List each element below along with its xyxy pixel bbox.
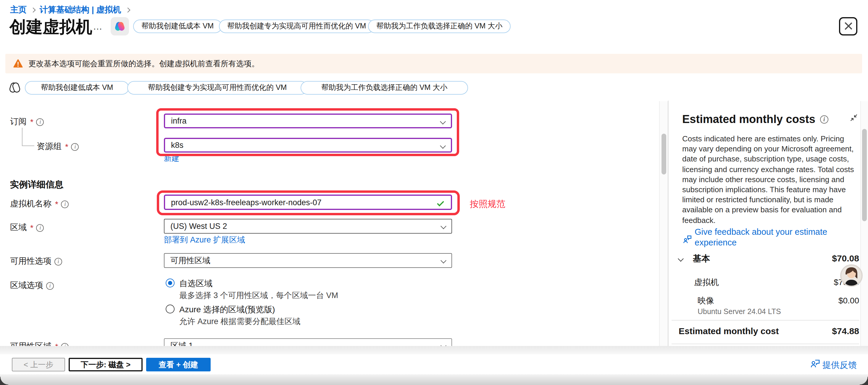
next-disks-button[interactable]: 下一步: 磁盘 > — [69, 358, 143, 372]
page-title: 创建虚拟机 — [9, 16, 92, 38]
copilot-outline-icon — [9, 82, 21, 93]
radio-label[interactable]: Azure 选择的区域(预览版) — [179, 304, 275, 315]
warning-banner: 更改基本选项可能会重置所做的选择。创建虚拟机前查看所有选项。 — [5, 54, 862, 73]
info-icon[interactable]: i — [55, 258, 62, 265]
subscription-label: 订阅* i — [10, 117, 44, 127]
content-scrollbar-thumb[interactable] — [661, 134, 666, 174]
suggestion-right-vm-size[interactable]: 帮助我为工作负载选择正确的 VM 大小 — [368, 20, 510, 33]
create-vm-page: 主页 计算基础结构 | 虚拟机 创建虚拟机 … 帮助我创建低成本 VM 帮助我创… — [0, 0, 868, 385]
radio-azure-selected-zones[interactable] — [166, 304, 175, 314]
cost-total-row: Estimated monthly cost $74.88 — [679, 326, 859, 336]
cost-panel-title: Estimated monthly costs — [682, 113, 815, 126]
region-dropdown[interactable]: (US) West US 2 — [164, 219, 452, 234]
warning-text: 更改基本选项可能会重置所做的选择。创建虚拟机前查看所有选项。 — [28, 58, 259, 69]
cost-item-row: 映像 $0.00 — [698, 296, 859, 306]
resource-group-label: 资源组* i — [37, 141, 79, 152]
suggestion-low-cost-vm-2[interactable]: 帮助我创建低成本 VM — [25, 81, 129, 95]
suggestion-high-availability-vm[interactable]: 帮助我创建专为实现高可用性而优化的 VM — [219, 20, 374, 33]
breadcrumb-chevron-icon — [125, 8, 130, 13]
availability-zone-dropdown[interactable]: 区域 1 — [164, 338, 452, 346]
cost-panel-title-row: Estimated monthly costs i — [682, 113, 828, 126]
info-icon[interactable]: i — [36, 224, 44, 231]
availability-options-dropdown[interactable]: 可用性区域 — [164, 253, 452, 268]
review-create-button[interactable]: 查看 + 创建 — [146, 358, 211, 372]
more-options-button[interactable]: … — [93, 21, 103, 32]
breadcrumb-home[interactable]: 主页 — [10, 5, 27, 15]
zone-options-label: 区域选项 i — [10, 280, 54, 291]
availability-options-label: 可用性选项 i — [10, 256, 62, 267]
suggestion-low-cost-vm[interactable]: 帮助我创建低成本 VM — [133, 20, 222, 33]
panel-scrollbar-thumb[interactable] — [862, 129, 867, 221]
collapse-panel-icon[interactable] — [850, 114, 858, 122]
info-icon[interactable]: i — [61, 343, 69, 346]
radio-label[interactable]: 自选区域 — [179, 279, 212, 289]
vm-name-label: 虚拟机名称* i — [10, 199, 69, 210]
info-icon[interactable]: i — [36, 118, 44, 126]
chevron-down-icon — [440, 343, 446, 346]
avatar[interactable] — [840, 264, 863, 287]
breadcrumb-vm-blade[interactable]: 计算基础结构 | 虚拟机 — [40, 5, 121, 15]
breadcrumb-chevron-icon — [31, 8, 36, 13]
window-bottom-gradient — [0, 374, 868, 385]
instance-details-header: 实例详细信息 — [10, 179, 63, 190]
feedback-person-icon — [809, 358, 820, 369]
chevron-down-icon — [440, 223, 446, 229]
suggestion-high-availability-vm-2[interactable]: 帮助我创建专为实现高可用性而优化的 VM — [127, 81, 307, 95]
avatar-illustration — [841, 265, 862, 286]
info-icon[interactable]: i — [61, 200, 69, 208]
copilot-icon — [114, 21, 125, 32]
tree-connector — [22, 128, 23, 146]
chevron-down-icon — [440, 258, 446, 263]
radio-self-select-zones[interactable] — [166, 279, 175, 287]
panel-scrollbar-track[interactable] — [860, 101, 868, 346]
estimate-feedback-link[interactable]: Give feedback about your estimate experi… — [695, 227, 848, 248]
feedback-icon — [682, 234, 692, 244]
give-feedback-link[interactable]: 提供反馈 — [823, 360, 857, 371]
cost-disclaimer: Costs indicated here are estimates only.… — [682, 134, 857, 225]
window-corner — [860, 377, 868, 385]
cost-group-row[interactable]: 基本 $70.08 — [693, 253, 859, 264]
annotation-rect-vm-name — [157, 190, 460, 215]
info-icon[interactable]: i — [46, 282, 54, 289]
copilot-button[interactable] — [111, 17, 129, 35]
info-icon[interactable]: i — [71, 143, 79, 151]
info-icon[interactable]: i — [820, 115, 828, 124]
region-label: 区域* i — [10, 222, 44, 233]
chevron-down-icon[interactable] — [678, 256, 684, 262]
cost-item-subtext: Ubuntu Server 24.04 LTS — [698, 308, 781, 316]
content-scrollbar-track[interactable] — [659, 101, 668, 346]
cost-item-row: 虚拟机 $70.08 — [694, 277, 859, 288]
close-button[interactable] — [839, 17, 857, 35]
form-content: 订阅* i infra 资源组* i k8s 新建 实例详细信息 虚拟机名称* … — [0, 100, 659, 346]
footer-bar: < 上一步 下一步: 磁盘 > 查看 + 创建 提供反馈 — [0, 354, 868, 374]
warning-icon — [13, 59, 23, 68]
availability-zone-label: 可用性区域* i — [10, 341, 69, 346]
breadcrumb: 主页 计算基础结构 | 虚拟机 — [10, 5, 129, 15]
radio-description: 允许 Azure 根据需要分配最佳区域 — [179, 316, 301, 327]
window-corner — [0, 377, 8, 385]
previous-button[interactable]: < 上一步 — [12, 358, 65, 372]
suggestion-right-vm-size-2[interactable]: 帮助我为工作负载选择正确的 VM 大小 — [301, 81, 468, 95]
edge-zone-link[interactable]: 部署到 Azure 扩展区域 — [164, 235, 245, 246]
cost-panel: Estimated monthly costs i Costs indicate… — [669, 100, 860, 346]
radio-description: 最多选择 3 个可用性区域，每个区域一台 VM — [179, 290, 338, 301]
annotation-text: 按照规范 — [470, 199, 505, 210]
annotation-rect-subscription — [156, 108, 459, 156]
scroll-shadow — [0, 346, 868, 354]
